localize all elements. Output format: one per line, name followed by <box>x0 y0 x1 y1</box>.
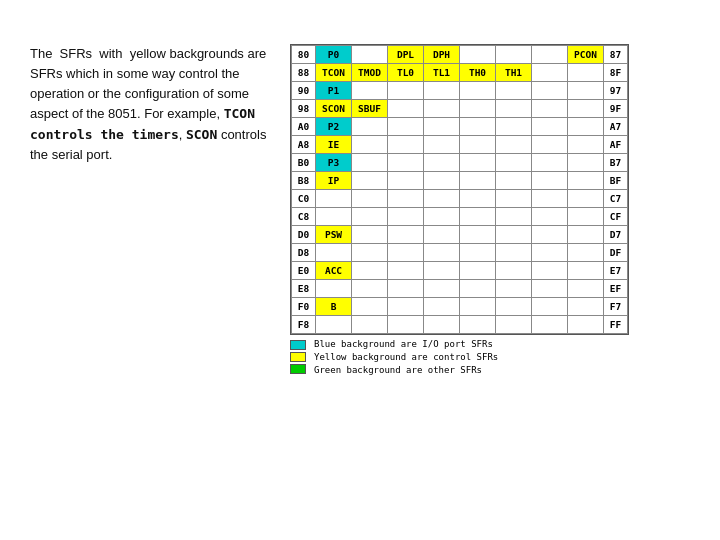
addr-cell: D0 <box>292 226 316 244</box>
table-row: B0P3B7 <box>292 154 628 172</box>
sfr-cell <box>352 280 388 298</box>
addr-cell: C0 <box>292 190 316 208</box>
sfr-cell <box>424 316 460 334</box>
sfr-cell <box>460 280 496 298</box>
sfr-cell <box>424 190 460 208</box>
table-row: C8CF <box>292 208 628 226</box>
sfr-cell <box>568 190 604 208</box>
sfr-cell: P1 <box>316 82 352 100</box>
sfr-cell <box>424 154 460 172</box>
table-row: F0BF7 <box>292 298 628 316</box>
table-row: E0ACCE7 <box>292 262 628 280</box>
addr-cell: E8 <box>292 280 316 298</box>
sfr-cell <box>460 208 496 226</box>
sfr-cell <box>352 136 388 154</box>
tcon-code: TCON controls the timers <box>30 106 255 141</box>
sfr-cell: P2 <box>316 118 352 136</box>
sfr-cell <box>316 280 352 298</box>
sfr-cell <box>568 100 604 118</box>
end-addr-cell: 8F <box>604 64 628 82</box>
sfr-cell <box>568 172 604 190</box>
sfr-cell <box>460 100 496 118</box>
sfr-cell <box>316 190 352 208</box>
sfr-cell <box>388 226 424 244</box>
sfr-cell <box>352 244 388 262</box>
sfr-cell <box>424 172 460 190</box>
sfr-cell <box>532 64 568 82</box>
sfr-cell <box>532 136 568 154</box>
addr-cell: A8 <box>292 136 316 154</box>
end-addr-cell: A7 <box>604 118 628 136</box>
sfr-cell: TH1 <box>496 64 532 82</box>
legend-text: Blue background are I/O port SFRs Yellow… <box>314 339 498 375</box>
sfr-cell <box>388 208 424 226</box>
legend-text-yellow: Yellow background are control SFRs <box>314 352 498 363</box>
legend-text-green: Green background are other SFRs <box>314 365 498 376</box>
sfr-cell <box>532 154 568 172</box>
sfr-cell <box>460 172 496 190</box>
sfr-cell: P3 <box>316 154 352 172</box>
sfr-cell <box>568 136 604 154</box>
table-row: 80P0DPLDPHPCON87 <box>292 46 628 64</box>
sfr-cell <box>388 154 424 172</box>
sfr-cell <box>424 244 460 262</box>
sfr-cell: SCON <box>316 100 352 118</box>
sfr-cell <box>532 280 568 298</box>
sfr-cell <box>568 154 604 172</box>
end-addr-cell: 87 <box>604 46 628 64</box>
table-row: D8DF <box>292 244 628 262</box>
addr-cell: B0 <box>292 154 316 172</box>
sfr-cell <box>532 118 568 136</box>
sfr-cell: TL0 <box>388 64 424 82</box>
sfr-cell <box>424 226 460 244</box>
end-addr-cell: 97 <box>604 82 628 100</box>
legend: Blue background are I/O port SFRs Yellow… <box>290 339 498 375</box>
sfr-cell <box>424 280 460 298</box>
sfr-cell <box>424 136 460 154</box>
sfr-cell <box>568 64 604 82</box>
sfr-cell <box>352 172 388 190</box>
sfr-cell <box>496 316 532 334</box>
table-row: 88TCONTMODTL0TL1TH0TH18F <box>292 64 628 82</box>
table-row: C0C7 <box>292 190 628 208</box>
sfr-cell <box>352 82 388 100</box>
sfr-cell: ACC <box>316 262 352 280</box>
sfr-cell <box>496 262 532 280</box>
sfr-cell <box>388 190 424 208</box>
sfr-cell: B <box>316 298 352 316</box>
end-addr-cell: DF <box>604 244 628 262</box>
sfr-cell <box>568 280 604 298</box>
sfr-cell <box>568 118 604 136</box>
sfr-cell <box>496 190 532 208</box>
addr-cell: D8 <box>292 244 316 262</box>
table-row: F8FF <box>292 316 628 334</box>
sfr-cell <box>568 82 604 100</box>
sfr-cell <box>388 136 424 154</box>
sfr-cell <box>532 262 568 280</box>
sfr-cell <box>352 46 388 64</box>
sfr-cell <box>460 244 496 262</box>
legend-box-green <box>290 364 306 374</box>
end-addr-cell: AF <box>604 136 628 154</box>
sfr-cell <box>460 298 496 316</box>
sfr-cell: TMOD <box>352 64 388 82</box>
end-addr-cell: D7 <box>604 226 628 244</box>
sfr-cell <box>352 316 388 334</box>
sfr-cell <box>352 190 388 208</box>
sfr-cell <box>532 82 568 100</box>
sfr-cell <box>460 262 496 280</box>
sfr-cell: DPL <box>388 46 424 64</box>
sfr-cell <box>532 100 568 118</box>
sfr-cell <box>424 208 460 226</box>
sfr-cell: SBUF <box>352 100 388 118</box>
sfr-cell <box>352 262 388 280</box>
sfr-cell <box>532 298 568 316</box>
sfr-cell <box>460 46 496 64</box>
sfr-cell <box>352 226 388 244</box>
sfr-cell <box>496 82 532 100</box>
sfr-cell <box>424 100 460 118</box>
addr-cell: 80 <box>292 46 316 64</box>
end-addr-cell: E7 <box>604 262 628 280</box>
sfr-cell <box>460 316 496 334</box>
end-addr-cell: BF <box>604 172 628 190</box>
